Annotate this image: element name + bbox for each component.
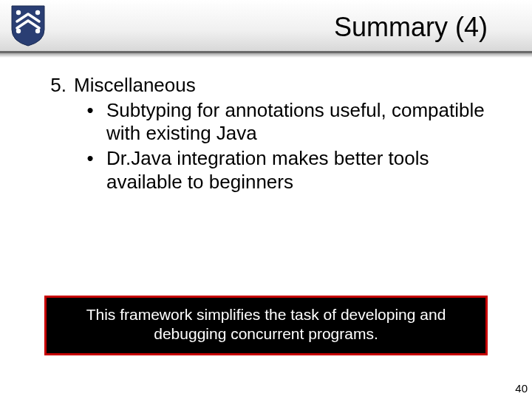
- bullet-text: Subtyping for annotations useful, compat…: [106, 99, 491, 146]
- item-number: 5.: [41, 74, 74, 98]
- callout-box: This framework simplifies the task of de…: [44, 296, 488, 355]
- slide-body: 5. Miscellaneous • Subtyping for annotat…: [0, 53, 532, 194]
- item-heading-text: Miscellaneous: [74, 74, 491, 98]
- shield-logo: [10, 4, 46, 47]
- list-item-heading: 5. Miscellaneous: [41, 74, 491, 98]
- header-shadow: [0, 53, 532, 58]
- page-number: 40: [515, 382, 528, 395]
- slide-title: Summary (4): [334, 12, 488, 43]
- svg-point-1: [35, 10, 40, 15]
- list-item: • Dr.Java integration makes better tools…: [41, 147, 491, 194]
- callout-text: This framework simplifies the task of de…: [86, 306, 446, 342]
- bullet-text: Dr.Java integration makes better tools a…: [106, 147, 491, 194]
- svg-point-2: [16, 29, 21, 33]
- list-item: • Subtyping for annotations useful, comp…: [41, 99, 491, 146]
- bullet-dot: •: [74, 99, 106, 146]
- svg-point-0: [16, 10, 21, 15]
- bullet-dot: •: [74, 147, 106, 194]
- slide-header: Summary (4): [0, 0, 532, 53]
- svg-point-3: [35, 29, 40, 33]
